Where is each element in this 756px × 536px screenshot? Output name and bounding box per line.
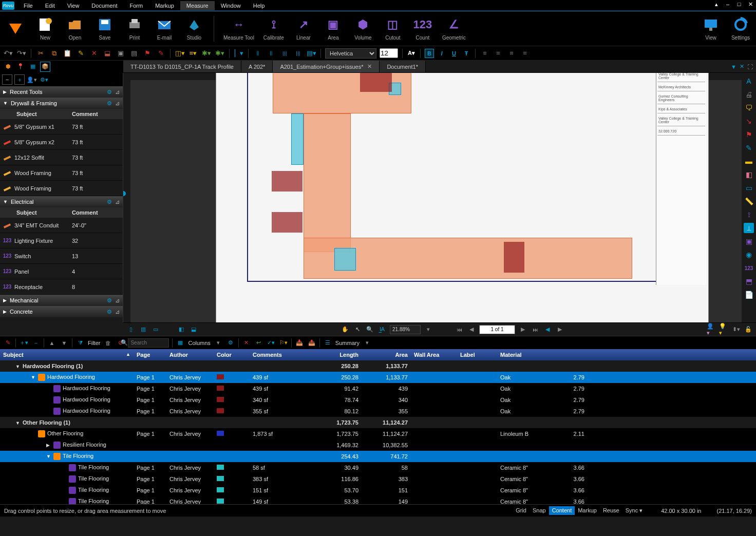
facing-icon[interactable]: ▭ [151,325,160,334]
print-tool-icon[interactable]: 🖨 [744,89,754,100]
select-icon[interactable]: ↖ [353,325,362,334]
pin-icon[interactable]: ⊿ [115,297,120,304]
font-size-input[interactable] [380,48,398,58]
arrow-tool-icon[interactable]: ↘ [744,116,754,126]
file-tab[interactable]: TT-D1013 To D1015_CP-1A Track Profile [123,61,241,72]
markups-row[interactable]: ▼Tile Flooring254.43741.72 [0,451,756,462]
area-tool-icon[interactable]: ▣ [744,236,754,246]
markups-row[interactable]: Tile FlooringPage 1Chris Jervey383 sf116… [0,473,756,485]
columns-gear-icon[interactable]: ⚙ [226,338,235,348]
markups-row[interactable]: ▼Hardwood Flooring (1)250.281,133.77 [0,360,756,372]
cutout-button[interactable]: ◫Cutout [383,16,403,41]
bulb-icon[interactable]: 💡▾ [719,325,728,334]
measure-tool-button[interactable]: ↔Measure Tool [223,16,254,41]
bold-button[interactable]: B [425,49,434,58]
snapshot2-icon[interactable]: ▤ [129,48,139,59]
gear-icon[interactable]: ⚙ [107,100,112,107]
new-button[interactable]: New [35,16,55,41]
col-page[interactable]: Page [134,352,166,358]
pin-icon[interactable]: 📍 [15,62,26,72]
studio-button[interactable]: Studio [184,16,204,41]
collapse-icon[interactable]: − [2,74,12,85]
pin-icon[interactable]: ⊿ [115,89,120,95]
text-select-icon[interactable]: I̲A [377,325,387,334]
split-v-icon[interactable]: ⬓ [189,325,198,334]
columns-label[interactable]: Columns [188,340,210,346]
markups-flag-icon[interactable]: ⚐▾ [279,338,288,348]
flag-tool-icon[interactable]: ⚑ [744,129,754,140]
user-icon[interactable]: 👤▾ [707,325,716,334]
tab-menu-icon[interactable]: ▼ [731,64,736,70]
font-color-button[interactable]: A▾ [407,49,416,58]
gear-icon[interactable]: ⚙▾ [39,74,49,85]
box-icon[interactable]: 📦 [40,62,50,72]
prev-page-icon[interactable]: ◀ [467,325,476,334]
markups-down-icon[interactable]: ▼ [60,338,69,348]
add-icon[interactable]: ＋ [14,74,25,85]
markups-delete-icon[interactable]: ✕ [242,338,251,348]
highlight-icon[interactable]: ✎ [75,48,86,59]
copy-icon[interactable]: ⧉ [49,48,59,59]
split-h-icon[interactable]: ◧ [177,325,186,334]
menu-document[interactable]: Document [85,1,123,10]
col-area[interactable]: Area [362,352,411,358]
settings-button[interactable]: Settings [730,16,751,41]
strike-button[interactable]: Ŧ [462,49,471,58]
volume-button[interactable]: ⬢Volume [353,16,373,41]
prev-view-icon[interactable]: ◀ [543,325,552,334]
pen-icon[interactable]: ✎ [156,48,166,59]
section-header[interactable]: ▶Mechanical⚙⊿ [0,295,123,306]
linear-button[interactable]: ↗Linear [293,16,314,41]
markups-up-icon[interactable]: ▲ [47,338,56,348]
menu-edit[interactable]: Edit [39,1,61,10]
col-comment-header[interactable]: Comment [72,209,123,216]
tool-item[interactable]: 3/4" EMT Conduit24'-0" [0,218,123,233]
align-justify-text-icon[interactable]: ≡ [520,48,530,59]
col-subject-header[interactable]: Subject [0,111,72,117]
markups-row[interactable]: Tile FlooringPage 1Chris Jervey151 sf53.… [0,485,756,496]
distribute-h-icon[interactable]: ⫴ [253,48,263,59]
status-toggle-content[interactable]: Content [549,506,575,515]
markups-row[interactable]: Hardwood FlooringPage 1Chris Jervey355 s… [0,406,756,417]
clip-tool-icon[interactable]: ⬒ [744,276,754,286]
highlight-tool-icon[interactable]: ▬ [744,156,754,166]
tab-close-icon[interactable]: ✕ [367,63,372,70]
redo-icon[interactable]: ↷▾ [16,48,27,59]
menu-markup[interactable]: Markup [149,1,180,10]
tool-chest-icon[interactable]: ⬢ [3,62,13,72]
section-header[interactable]: ▼Drywall & Framing⚙⊿ [0,98,123,109]
page-tool-icon[interactable]: 📄 [744,290,754,300]
col-comments[interactable]: Comments [250,352,312,358]
delete-icon[interactable]: ✕ [89,48,99,59]
align-center-text-icon[interactable]: ≡ [493,48,503,59]
tab-close-icon[interactable]: ✕ [740,63,744,70]
next-page-icon[interactable]: ▶ [518,325,527,334]
paste-icon[interactable]: 📋 [62,48,72,59]
gear-icon[interactable]: ⚙ [107,89,112,95]
calibrate-button[interactable]: ⟟Calibrate [263,16,284,41]
align-left-icon[interactable]: ▏▾ [234,48,244,59]
markups-row[interactable]: ▼Hardwood FlooringPage 1Chris Jervey439 … [0,372,756,383]
expand-icon[interactable]: ▼ [46,454,51,459]
stamp-icon[interactable]: ✱▾ [201,48,212,59]
group-icon[interactable]: ◫▾ [175,48,185,59]
grid-icon[interactable]: ▦ [28,62,38,72]
dropdown-button[interactable] [5,21,26,37]
measure-active-icon[interactable]: ⟂ [744,223,754,233]
geometric-button[interactable]: ∠Geometric [442,16,466,41]
file-tab[interactable]: Document1* [380,61,426,72]
undo-icon[interactable]: ↶▾ [3,48,13,59]
tool-item[interactable]: 12x12 Soffit73 ft [0,150,123,165]
view-button[interactable]: View [701,16,721,41]
filter-label[interactable]: Filter [88,340,100,346]
open-button[interactable]: Open [65,16,85,41]
flag-icon[interactable]: ⚑ [142,48,153,59]
status-toggle-sync[interactable]: Sync ▾ [622,506,646,515]
markups-row[interactable]: Hardwood FlooringPage 1Chris Jervey439 s… [0,383,756,394]
align-icon[interactable]: ≡▾ [188,48,198,59]
markups-row[interactable]: ▶Resilient Flooring1,469.3210,382.55 [0,439,756,451]
profile-icon[interactable]: 👤▾ [27,74,37,85]
expand-icon[interactable]: ▼ [31,375,36,380]
close-icon[interactable]: ✕ [747,1,754,8]
col-comment-header[interactable]: Comment [72,111,123,117]
